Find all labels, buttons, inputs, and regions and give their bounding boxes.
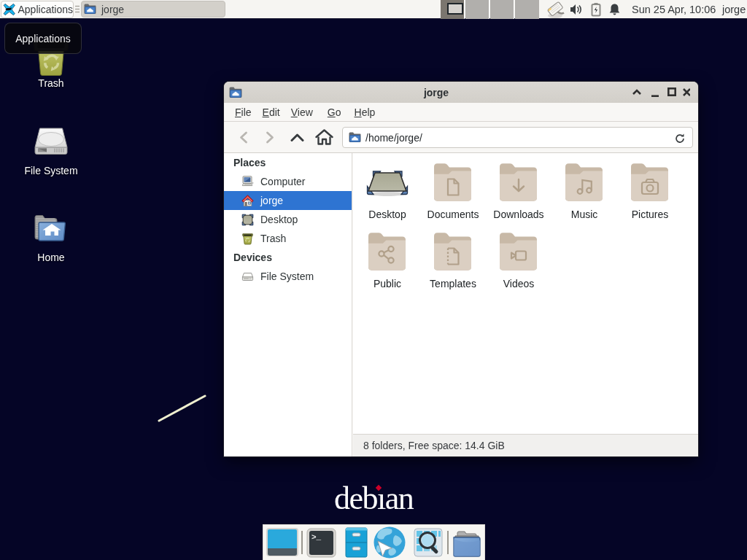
svg-text:>_: >_ (311, 533, 322, 542)
